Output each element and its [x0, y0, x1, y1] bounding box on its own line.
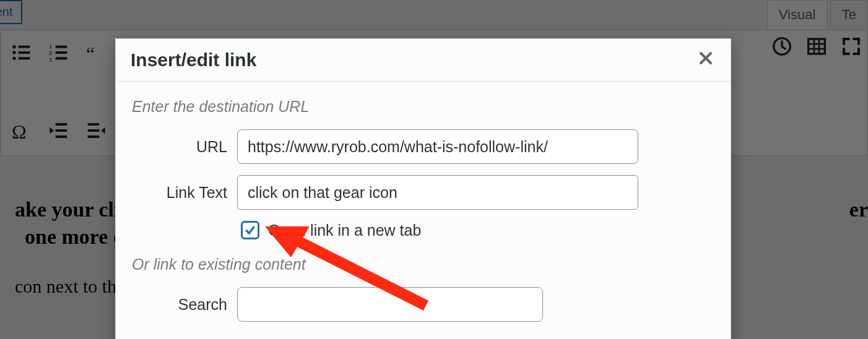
bullet-list-icon[interactable]	[12, 43, 32, 65]
dialog-body: Enter the destination URL URL Link Text …	[116, 82, 731, 339]
link-text-label: Link Text	[132, 184, 237, 202]
svg-rect-23	[88, 135, 100, 138]
svg-point-4	[12, 57, 15, 60]
link-text-input[interactable]	[237, 175, 638, 210]
destination-url-hint: Enter the destination URL	[132, 98, 714, 116]
svg-rect-13	[809, 39, 825, 54]
outdent-icon[interactable]	[49, 121, 69, 143]
close-icon[interactable]	[696, 48, 716, 72]
editor-tabs: Visual Te	[767, 0, 868, 30]
numbered-list-icon[interactable]: 123	[49, 43, 69, 65]
new-tab-row[interactable]: Open link in a new tab	[241, 221, 714, 239]
blockquote-icon[interactable]: “	[86, 44, 106, 64]
tab-visual[interactable]: Visual	[767, 0, 828, 29]
url-input[interactable]	[237, 129, 638, 164]
svg-text:1: 1	[49, 43, 52, 49]
svg-rect-5	[19, 57, 30, 59]
indent-icon[interactable]	[86, 121, 106, 143]
url-label: URL	[132, 138, 237, 156]
search-label: Search	[132, 296, 237, 314]
insert-link-dialog: Insert/edit link Enter the destination U…	[115, 38, 731, 339]
svg-point-2	[12, 51, 15, 54]
url-row: URL	[132, 129, 714, 164]
search-row: Search	[132, 287, 714, 322]
svg-rect-20	[56, 135, 67, 138]
svg-rect-18	[56, 123, 67, 126]
dialog-header: Insert/edit link	[116, 39, 731, 82]
svg-text:2: 2	[49, 50, 52, 56]
svg-rect-7	[56, 46, 67, 48]
search-input[interactable]	[237, 287, 543, 322]
svg-rect-9	[56, 51, 67, 54]
new-tab-label: Open link in a new tab	[268, 221, 421, 239]
svg-text:3: 3	[49, 57, 52, 62]
svg-point-0	[12, 45, 15, 48]
partial-button-label: ment	[0, 5, 12, 19]
new-tab-checkbox[interactable]	[241, 221, 259, 239]
content-right-fragment: er	[849, 198, 868, 221]
existing-content-hint: Or link to existing content	[132, 255, 714, 273]
table-icon[interactable]	[807, 36, 827, 59]
svg-rect-1	[19, 46, 30, 48]
partial-button[interactable]: ment	[0, 0, 22, 24]
special-character-icon[interactable]: Ω	[12, 122, 32, 142]
revisions-icon[interactable]	[772, 36, 792, 59]
dialog-title: Insert/edit link	[131, 49, 256, 71]
tab-text[interactable]: Te	[830, 0, 868, 29]
svg-rect-11	[56, 57, 67, 59]
svg-rect-3	[19, 51, 30, 54]
svg-rect-21	[88, 123, 100, 126]
link-text-row: Link Text	[132, 175, 714, 210]
fullscreen-icon[interactable]	[841, 36, 861, 59]
svg-rect-22	[88, 129, 100, 132]
svg-rect-19	[56, 129, 67, 132]
